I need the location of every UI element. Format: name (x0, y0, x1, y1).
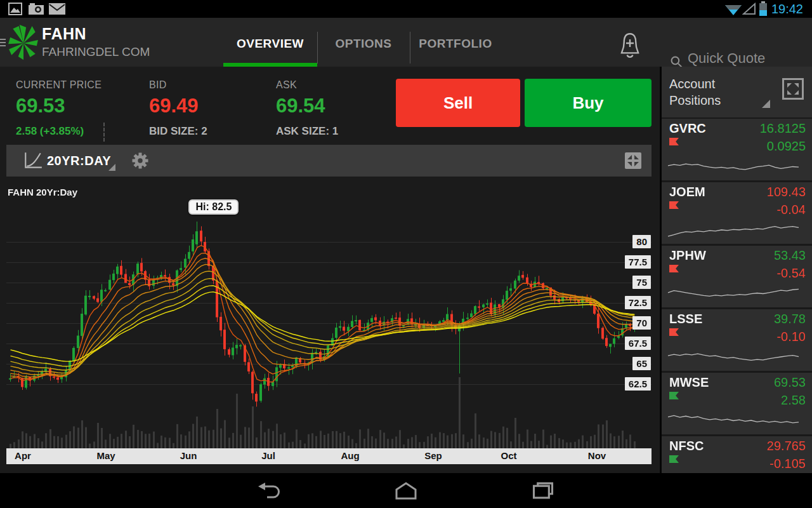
spinner-caret-icon (762, 100, 770, 108)
chart-range-label: 20YR:DAY (47, 154, 111, 168)
position-sparkline (667, 347, 801, 366)
tab-divider (317, 32, 318, 64)
android-nav-bar (0, 473, 812, 508)
y-axis-price-label: 77.5 (625, 255, 651, 269)
main-panel: CURRENT PRICE 69.53 2.58 (+3.85%) BID 69… (0, 67, 660, 473)
quote-divider (103, 123, 105, 142)
position-row-jphw[interactable]: JPHW53.43-0.54 (662, 246, 812, 309)
flag-icon (669, 265, 679, 272)
mail-icon (49, 3, 65, 15)
flag-icon (669, 201, 679, 209)
tab-options[interactable]: OPTIONS (317, 18, 410, 67)
current-price-change: 2.58 (+3.85%) (16, 125, 102, 138)
y-axis-price-label: 65 (632, 357, 651, 370)
chart-title: FAHN 20Yr:Day (8, 187, 77, 197)
y-axis-price-label: 67.5 (625, 337, 651, 350)
flag-icon (669, 138, 679, 145)
x-axis-month-label: May (96, 450, 115, 461)
drawer-handle-icon[interactable] (0, 39, 6, 48)
position-sparkline (667, 284, 801, 303)
app-company: FAHRINGDEL COM (42, 46, 150, 58)
position-price: 53.43 (774, 248, 806, 263)
back-icon[interactable] (256, 481, 283, 500)
position-change: -0.105 (769, 457, 806, 471)
x-axis-month-label: Nov (588, 450, 606, 461)
wifi-icon (725, 3, 742, 15)
position-change: -0.10 (776, 330, 806, 344)
position-price: 16.8125 (760, 121, 806, 136)
status-bar: 19:42 (0, 0, 812, 18)
position-sparkline (667, 157, 801, 176)
tab-divider (410, 32, 410, 64)
price-chart-canvas (6, 184, 652, 448)
x-axis-month-label: Sep (424, 450, 442, 461)
y-axis-price-label: 62.5 (625, 377, 651, 391)
y-axis-price-label: 70 (632, 316, 651, 330)
position-change: -0.04 (776, 203, 806, 217)
flag-icon (669, 328, 679, 336)
ask-size: ASK SIZE: 1 (276, 125, 338, 138)
x-axis-month-label: Aug (341, 450, 359, 461)
position-row-nfsc[interactable]: NFSC29.765-0.105 (662, 436, 812, 473)
app-title-block: FAHN FAHRINGDEL COM (42, 26, 150, 58)
battery-icon (759, 1, 768, 16)
position-price: 109.43 (767, 185, 806, 199)
y-axis-price-label: 72.5 (625, 296, 651, 309)
gear-icon[interactable] (131, 151, 150, 170)
chart-area[interactable]: FAHN 20Yr:Day Hi: 82.5 AprMayJunJulAugSe… (6, 184, 652, 464)
position-price: 39.78 (774, 312, 806, 326)
position-row-gvrc[interactable]: GVRC16.81250.0925 (662, 119, 812, 182)
expand-icon[interactable] (782, 78, 804, 100)
position-row-lsse[interactable]: LSSE39.78-0.10 (662, 309, 812, 373)
x-axis-month-label: Oct (501, 450, 516, 461)
app-logo-starburst (8, 23, 39, 61)
position-sparkline (667, 220, 801, 239)
x-axis-month-label: Jun (180, 450, 197, 461)
x-axis-month-label: Apr (15, 450, 31, 461)
app-ticker: FAHN (42, 26, 150, 42)
sell-button[interactable]: Sell (396, 79, 520, 127)
search-input[interactable] (686, 50, 803, 67)
ask-value: 69.54 (276, 95, 338, 117)
bid-size: BID SIZE: 2 (149, 125, 207, 138)
position-symbol: NFSC (669, 439, 704, 453)
position-row-mwse[interactable]: MWSE69.532.58 (662, 373, 812, 436)
ask-label: ASK (276, 79, 338, 91)
position-price: 69.53 (774, 375, 806, 390)
account-positions-sidebar: Account Positions GVRC16.81250.0925JOEM1… (660, 67, 812, 473)
chart-toolbar: 20YR:DAY (6, 145, 652, 177)
trading-app-screen: 19:42 FAHN FAHRINGDEL COM OVERVIEW OPTIO… (0, 0, 812, 508)
recents-icon[interactable] (532, 481, 554, 500)
gallery-icon (8, 3, 22, 15)
home-icon[interactable] (394, 481, 418, 500)
position-symbol: JPHW (669, 248, 706, 263)
tab-portfolio[interactable]: PORTFOLIO (410, 18, 501, 67)
position-row-joem[interactable]: JOEM109.43-0.04 (662, 182, 812, 246)
current-price-label: CURRENT PRICE (16, 79, 102, 91)
signal-icon (742, 3, 756, 15)
position-sparkline (667, 411, 801, 430)
collapse-chart-icon[interactable] (625, 152, 641, 169)
position-change: 0.0925 (767, 139, 806, 154)
status-time: 19:42 (771, 2, 803, 17)
bid-block: BID 69.49 BID SIZE: 2 (149, 79, 207, 138)
x-axis-strip: AprMayJunJulAugSepOctNov (6, 448, 652, 464)
ask-block: ASK 69.54 ASK SIZE: 1 (276, 79, 338, 138)
position-symbol: GVRC (669, 121, 706, 136)
y-axis-price-label: 75 (632, 276, 651, 289)
position-price: 29.765 (767, 439, 806, 453)
add-alert-bell-icon[interactable] (617, 32, 643, 61)
buy-button[interactable]: Buy (525, 79, 652, 127)
bid-label: BID (149, 79, 207, 91)
chart-range-selector[interactable]: 20YR:DAY (13, 145, 121, 177)
chevron-down-icon (108, 164, 115, 171)
position-change: 2.58 (781, 393, 806, 408)
tab-overview[interactable]: OVERVIEW (223, 18, 317, 67)
position-symbol: MWSE (669, 375, 709, 390)
position-symbol: JOEM (669, 185, 705, 199)
positions-header[interactable]: Account Positions (662, 67, 812, 119)
current-price-value: 69.53 (16, 95, 102, 117)
camera-icon (29, 3, 44, 15)
positions-list: GVRC16.81250.0925JOEM109.43-0.04JPHW53.4… (662, 119, 812, 473)
line-chart-icon (23, 151, 43, 170)
